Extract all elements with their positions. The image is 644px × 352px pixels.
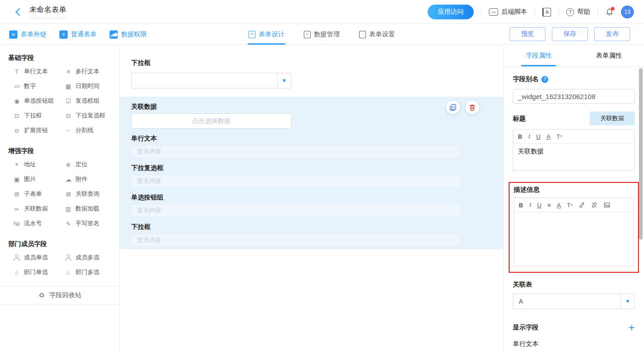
font-color-icon[interactable]: A bbox=[557, 202, 561, 209]
divider bbox=[481, 8, 482, 16]
datetime-icon: ▦ bbox=[64, 82, 72, 90]
sidebar-item[interactable]: ☑复选框组 bbox=[64, 94, 116, 108]
image-icon[interactable] bbox=[603, 202, 610, 208]
description-editor-content[interactable] bbox=[514, 212, 633, 266]
underline-icon[interactable]: U bbox=[537, 202, 541, 209]
tab-form-design[interactable]: ✎ 表单设计 bbox=[249, 24, 284, 45]
sidebar-item[interactable]: ✎手写签名 bbox=[64, 216, 116, 231]
copy-widget-button[interactable] bbox=[446, 100, 460, 114]
sidebar-item[interactable]: ┄分割线 bbox=[64, 123, 116, 138]
sidebar-item[interactable]: ⌂部门多选 bbox=[64, 265, 116, 280]
normal-form-item[interactable]: ≡ 普通表单 bbox=[59, 30, 97, 39]
sidebar-item[interactable]: 123数字 bbox=[13, 79, 64, 94]
sidebar-item[interactable]: ⊟下拉复选框 bbox=[64, 108, 116, 123]
sidebar-item[interactable]: ⊞子表单 bbox=[13, 187, 64, 201]
related-table-select[interactable]: A ▼ bbox=[513, 293, 635, 309]
save-button[interactable]: 保存 bbox=[552, 27, 588, 41]
data-permission-item[interactable]: ▂▅▇ 数据权限 bbox=[110, 30, 147, 39]
display-fields-row: 显示字段 + bbox=[513, 323, 635, 332]
subform-icon: ⊞ bbox=[13, 190, 21, 198]
unlink-icon[interactable] bbox=[591, 202, 598, 208]
dropdown-widget[interactable]: 下拉框 ▼ bbox=[120, 45, 503, 88]
sidebar-item[interactable]: ⌂部门单选 bbox=[13, 265, 64, 280]
tab-form-settings[interactable]: ◦ 表单设置 bbox=[359, 24, 395, 45]
back-icon[interactable] bbox=[16, 8, 23, 16]
contacts-button[interactable]: A bbox=[542, 8, 551, 17]
sidebar-section-title: 部门成员字段 bbox=[0, 231, 119, 250]
sidebar-item-label: 部门单选 bbox=[24, 268, 48, 276]
radio-group-icon: ◉ bbox=[13, 97, 21, 105]
tab-field-properties[interactable]: 字段属性 bbox=[504, 45, 574, 66]
sidebar-item[interactable]: 成员单选 bbox=[13, 250, 64, 265]
link-icon[interactable] bbox=[579, 202, 585, 208]
app-access-button[interactable]: 应用访问 bbox=[428, 5, 474, 19]
form-title[interactable]: 未命名表单 bbox=[29, 5, 66, 18]
form-canvas: 下拉框 ▼ 关联数据 点击选择数据 单行文本暂无内容下拉复选框暂无内容单选按钮组… bbox=[120, 45, 503, 352]
preview-button[interactable]: 预览 bbox=[510, 27, 545, 41]
sidebar-item[interactable]: ▦日期时间 bbox=[64, 79, 116, 94]
header-actions: 应用访问 </> 后端脚本 A ? 帮助 13 bbox=[428, 0, 634, 24]
bold-icon[interactable]: B bbox=[518, 133, 522, 140]
sidebar-item-label: 部门多选 bbox=[75, 268, 99, 276]
sidebar-item[interactable]: ⊡下拉框 bbox=[13, 108, 64, 123]
underline-icon[interactable]: U bbox=[536, 133, 540, 140]
font-size-icon[interactable]: TT bbox=[557, 133, 563, 140]
sidebar-item[interactable]: ⌖地址 bbox=[13, 157, 64, 172]
publish-button[interactable]: 发布 bbox=[594, 27, 630, 41]
alias-input[interactable] bbox=[513, 89, 635, 104]
widget-label: 关联数据 bbox=[131, 102, 492, 111]
tab-form-properties[interactable]: 表单属性 bbox=[574, 45, 644, 66]
sidebar-item[interactable]: ⊖扩展按钮 bbox=[13, 123, 64, 138]
help-icon[interactable]: ? bbox=[541, 76, 548, 83]
sidebar-item-label: 日期时间 bbox=[75, 82, 99, 90]
field-recycle-bin[interactable]: ♻ 字段回收站 bbox=[0, 286, 119, 305]
sidebar-item[interactable]: ∞关联数据 bbox=[13, 201, 64, 216]
linked-field-chip: 关联数据 bbox=[590, 111, 635, 125]
chevron-down-icon: ▼ bbox=[625, 298, 631, 305]
field-library-sidebar: 基础字段T单行文本≡多行文本123数字▦日期时间◉单选按钮组☑复选框组⊡下拉框⊟… bbox=[0, 45, 120, 352]
notification-bell-icon[interactable] bbox=[605, 8, 614, 16]
title-editor-content[interactable]: 关联数据 bbox=[513, 144, 634, 170]
member-multi-icon bbox=[64, 254, 72, 262]
avatar[interactable]: 13 bbox=[621, 6, 634, 18]
bold-icon[interactable]: B bbox=[519, 202, 523, 209]
sidebar-item[interactable]: ▣图片 bbox=[13, 172, 64, 187]
sidebar-item[interactable]: ≡多行文本 bbox=[64, 64, 116, 79]
related-table-label: 关联表 bbox=[513, 281, 532, 288]
widget-field-placeholder: 暂无内容 bbox=[131, 204, 460, 217]
sidebar-section-grid: 成员单选成员多选⌂部门单选⌂部门多选 bbox=[0, 250, 119, 280]
linked-query-icon: ⊠ bbox=[64, 190, 72, 198]
italic-icon[interactable]: I bbox=[529, 201, 531, 209]
sidebar-item[interactable]: ⊕定位 bbox=[64, 157, 116, 172]
sidebar-item[interactable]: 成员多选 bbox=[64, 250, 116, 265]
copy-icon bbox=[449, 104, 457, 111]
delete-widget-button[interactable] bbox=[465, 100, 479, 114]
display-field-item[interactable]: 单行文本 bbox=[513, 340, 635, 348]
help-button[interactable]: ? 帮助 bbox=[566, 8, 590, 16]
align-icon[interactable]: ≡ bbox=[547, 202, 551, 209]
add-display-field-button[interactable]: + bbox=[628, 323, 635, 332]
sidebar-item-label: 数字 bbox=[24, 82, 36, 90]
sidebar-item[interactable]: T单行文本 bbox=[13, 64, 64, 79]
sidebar-item-label: 多行文本 bbox=[75, 67, 99, 76]
backend-script-button[interactable]: </> 后端脚本 bbox=[489, 8, 527, 16]
font-color-icon[interactable]: A bbox=[546, 133, 551, 140]
document-icon: ≡ bbox=[59, 30, 68, 39]
selected-linked-data-widget[interactable]: 关联数据 点击选择数据 单行文本暂无内容下拉复选框暂无内容单选按钮组暂无内容下拉… bbox=[120, 97, 503, 249]
scrollbar-thumb[interactable] bbox=[639, 68, 643, 240]
font-size-icon[interactable]: TT bbox=[567, 202, 573, 209]
italic-icon[interactable]: I bbox=[528, 133, 530, 140]
sidebar-item-label: 下拉复选框 bbox=[75, 111, 105, 120]
tab-data-manage[interactable]: ∿ 数据管理 bbox=[304, 24, 340, 45]
sidebar-item[interactable]: №流水号 bbox=[13, 216, 64, 231]
data-picker-input[interactable]: 点击选择数据 bbox=[131, 113, 291, 129]
external-link-item[interactable]: ∞ 表单外链 bbox=[9, 30, 46, 39]
dropdown-select[interactable]: ▼ bbox=[131, 73, 291, 88]
panel-body: 字段别名 ? 标题 关联数据 BIUATT 关联数据 描述信息 BIU≡ATT … bbox=[504, 75, 644, 352]
sidebar-item-label: 下拉框 bbox=[24, 111, 42, 120]
sidebar-item[interactable]: ☁附件 bbox=[64, 172, 116, 187]
sidebar-item[interactable]: ◉单选按钮组 bbox=[13, 94, 64, 108]
sidebar-item[interactable]: ⊠关联查询 bbox=[64, 187, 116, 201]
sidebar-item[interactable]: ▥数据加载 bbox=[64, 201, 116, 216]
dropdown-icon: ⊡ bbox=[13, 112, 21, 120]
